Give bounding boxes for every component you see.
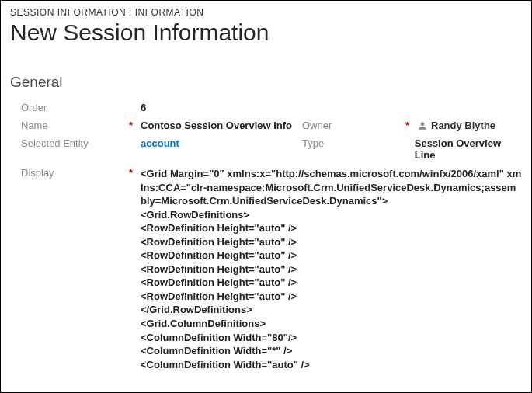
row-entity-type: Selected Entity account Type Session Ove… [21,137,522,161]
value-order[interactable]: 6 [141,102,146,113]
breadcrumb: SESSION INFORMATION : INFORMATION [10,7,522,18]
section-title-general: General [10,74,522,91]
value-name[interactable]: Contoso Session Overview Info [141,120,292,131]
value-display[interactable]: <Grid Margin="0" xmlns:x="http://schemas… [141,167,522,371]
owner-name-link[interactable]: Randy Blythe [431,120,495,131]
required-icon: * [129,167,133,179]
label-type: Type [302,137,324,149]
row-display: Display * <Grid Margin="0" xmlns:x="http… [21,167,522,371]
value-selected-entity[interactable]: account [141,137,179,149]
page-title: New Session Information [10,19,522,46]
required-icon: * [405,120,409,131]
value-owner[interactable]: Randy Blythe [417,120,495,131]
label-order: Order [21,102,47,113]
form-area: Order 6 Name * Contoso Session Overview … [10,102,522,371]
row-name-owner: Name * Contoso Session Overview Info Own… [21,120,522,131]
label-display: Display [21,167,54,179]
row-order: Order 6 [21,102,522,113]
required-icon: * [129,120,133,131]
label-owner: Owner [302,120,332,131]
value-type[interactable]: Session Overview Line [415,137,522,161]
user-icon [417,120,428,131]
label-selected-entity: Selected Entity [21,137,89,149]
label-name: Name [21,120,48,131]
